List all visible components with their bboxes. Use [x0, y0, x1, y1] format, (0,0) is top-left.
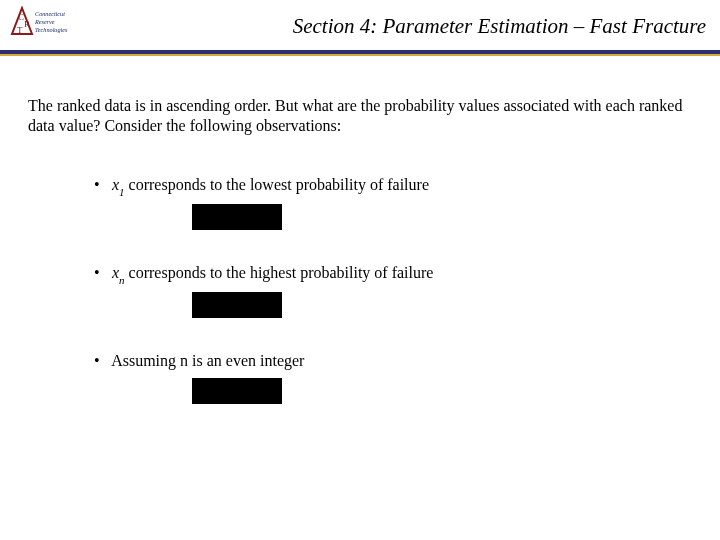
bullet-text: corresponds to the highest probability o… [125, 264, 434, 281]
redacted-box [192, 378, 282, 404]
math-sub: n [119, 274, 125, 286]
bullet-marker: • [94, 176, 108, 194]
intro-paragraph: The ranked data is in ascending order. B… [28, 96, 692, 136]
redacted-box [192, 292, 282, 318]
bullet-marker: • [94, 352, 108, 370]
bullet-marker: • [94, 264, 108, 282]
redacted-box [192, 204, 282, 230]
bullet-text: corresponds to the lowest probability of… [125, 176, 429, 193]
logo-letter-t: T [17, 25, 23, 35]
slide-header: C R T Connecticut Reserve Technologies S… [0, 0, 720, 58]
divider-accent [0, 54, 720, 56]
logo-letter-r: R [24, 19, 30, 29]
slide-body: The ranked data is in ascending order. B… [28, 96, 692, 404]
logo-text-mid: Reserve [34, 18, 55, 25]
logo-text-bot: Technologies [35, 26, 68, 33]
company-logo: C R T Connecticut Reserve Technologies [10, 6, 70, 44]
bullet-text: Assuming n is an even integer [111, 352, 304, 369]
slide-title: Section 4: Parameter Estimation – Fast F… [293, 14, 706, 39]
math-sub: 1 [119, 186, 125, 198]
logo-text-top: Connecticut [35, 10, 65, 17]
bullet-list: • x1 corresponds to the lowest probabili… [28, 176, 692, 404]
bullet-item: • x1 corresponds to the lowest probabili… [94, 176, 692, 196]
bullet-item: • Assuming n is an even integer [94, 352, 692, 370]
bullet-item: • xn corresponds to the highest probabil… [94, 264, 692, 284]
